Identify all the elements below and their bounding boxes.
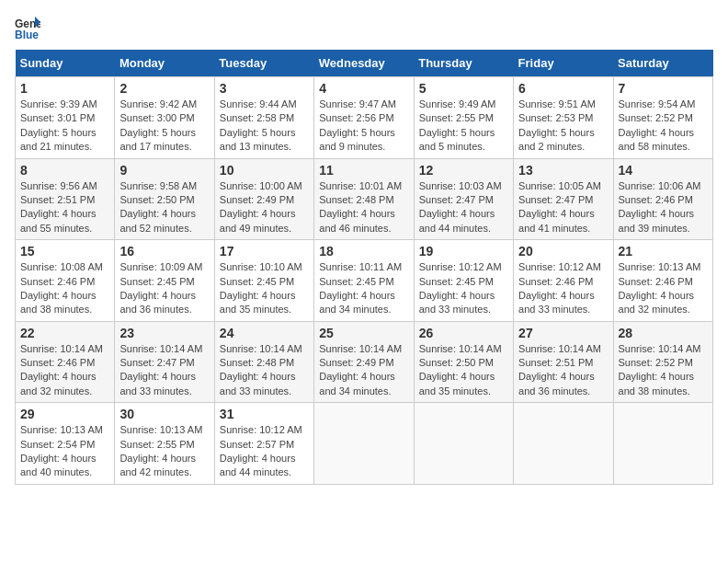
calendar-cell: 10 Sunrise: 10:00 AMSunset: 2:49 PMDayli…: [214, 158, 313, 240]
cell-content: Sunrise: 10:14 AMSunset: 2:49 PMDaylight…: [319, 343, 402, 396]
calendar-cell: 9 Sunrise: 9:58 AMSunset: 2:50 PMDayligh…: [115, 158, 214, 240]
cell-content: Sunrise: 9:54 AMSunset: 2:52 PMDaylight:…: [619, 98, 696, 152]
calendar-cell: 17 Sunrise: 10:10 AMSunset: 2:45 PMDayli…: [214, 240, 313, 322]
cell-content: Sunrise: 10:13 AMSunset: 2:55 PMDaylight…: [119, 424, 202, 477]
cell-content: Sunrise: 10:08 AMSunset: 2:46 PMDaylight…: [20, 261, 103, 315]
cell-content: Sunrise: 10:03 AMSunset: 2:47 PMDaylight…: [419, 180, 502, 234]
cell-content: Sunrise: 10:12 AMSunset: 2:46 PMDaylight…: [518, 261, 601, 315]
day-number: 17: [220, 244, 309, 259]
day-number: 9: [119, 163, 209, 178]
calendar-cell: 25 Sunrise: 10:14 AMSunset: 2:49 PMDayli…: [314, 321, 414, 403]
day-number: 26: [419, 326, 508, 340]
day-number: 15: [20, 244, 109, 259]
day-header-tuesday: Tuesday: [214, 50, 313, 77]
cell-content: Sunrise: 10:13 AMSunset: 2:46 PMDaylight…: [619, 261, 701, 315]
day-number: 14: [619, 163, 708, 178]
day-number: 16: [119, 244, 209, 259]
logo: General Blue: [15, 15, 40, 40]
cell-content: Sunrise: 9:51 AMSunset: 2:53 PMDaylight:…: [518, 98, 596, 152]
cell-content: Sunrise: 9:39 AMSunset: 3:01 PMDaylight:…: [20, 98, 97, 152]
header-row: SundayMondayTuesdayWednesdayThursdayFrid…: [16, 50, 713, 77]
day-header-sunday: Sunday: [16, 50, 115, 77]
calendar-table: SundayMondayTuesdayWednesdayThursdayFrid…: [15, 50, 713, 485]
cell-content: Sunrise: 9:47 AMSunset: 2:56 PMDaylight:…: [319, 98, 396, 152]
day-number: 13: [518, 163, 608, 178]
day-number: 2: [119, 81, 209, 96]
day-number: 25: [319, 326, 408, 340]
cell-content: Sunrise: 10:06 AMSunset: 2:46 PMDaylight…: [619, 180, 701, 234]
calendar-cell: 26 Sunrise: 10:14 AMSunset: 2:50 PMDayli…: [414, 321, 513, 403]
cell-content: Sunrise: 10:14 AMSunset: 2:48 PMDaylight…: [220, 343, 302, 396]
week-row-1: 1 Sunrise: 9:39 AMSunset: 3:01 PMDayligh…: [16, 77, 713, 159]
day-number: 6: [518, 81, 608, 96]
calendar-cell: 20 Sunrise: 10:12 AMSunset: 2:46 PMDayli…: [514, 240, 613, 322]
cell-content: Sunrise: 10:01 AMSunset: 2:48 PMDaylight…: [319, 180, 402, 234]
day-number: 23: [119, 326, 209, 340]
calendar-cell: 14 Sunrise: 10:06 AMSunset: 2:46 PMDayli…: [613, 158, 712, 240]
cell-content: Sunrise: 10:11 AMSunset: 2:45 PMDaylight…: [319, 261, 402, 315]
cell-content: Sunrise: 10:12 AMSunset: 2:45 PMDaylight…: [419, 261, 502, 315]
cell-content: Sunrise: 10:14 AMSunset: 2:52 PMDaylight…: [619, 343, 701, 396]
day-number: 18: [319, 244, 408, 259]
day-number: 19: [419, 244, 508, 259]
day-number: 22: [20, 326, 109, 340]
day-header-wednesday: Wednesday: [314, 50, 414, 77]
cell-content: Sunrise: 9:42 AMSunset: 3:00 PMDaylight:…: [119, 98, 197, 152]
calendar-cell: 5 Sunrise: 9:49 AMSunset: 2:55 PMDayligh…: [414, 77, 513, 159]
calendar-cell: 18 Sunrise: 10:11 AMSunset: 2:45 PMDayli…: [314, 240, 414, 322]
day-header-saturday: Saturday: [613, 50, 712, 77]
calendar-cell: [514, 403, 613, 485]
calendar-cell: 29 Sunrise: 10:13 AMSunset: 2:54 PMDayli…: [16, 403, 115, 485]
week-row-3: 15 Sunrise: 10:08 AMSunset: 2:46 PMDayli…: [16, 240, 713, 322]
day-number: 11: [319, 163, 408, 178]
day-header-thursday: Thursday: [414, 50, 513, 77]
logo-icon: General Blue: [15, 15, 40, 40]
week-row-5: 29 Sunrise: 10:13 AMSunset: 2:54 PMDayli…: [16, 403, 713, 485]
day-number: 30: [119, 407, 209, 421]
cell-content: Sunrise: 9:56 AMSunset: 2:51 PMDaylight:…: [20, 180, 97, 234]
calendar-cell: [414, 403, 513, 485]
day-number: 20: [518, 244, 608, 259]
calendar-cell: 27 Sunrise: 10:14 AMSunset: 2:51 PMDayli…: [514, 321, 613, 403]
calendar-cell: 2 Sunrise: 9:42 AMSunset: 3:00 PMDayligh…: [115, 77, 214, 159]
cell-content: Sunrise: 10:00 AMSunset: 2:49 PMDaylight…: [220, 180, 302, 234]
day-header-friday: Friday: [514, 50, 613, 77]
calendar-cell: 21 Sunrise: 10:13 AMSunset: 2:46 PMDayli…: [613, 240, 712, 322]
cell-content: Sunrise: 10:09 AMSunset: 2:45 PMDaylight…: [119, 261, 202, 315]
calendar-cell: 1 Sunrise: 9:39 AMSunset: 3:01 PMDayligh…: [16, 77, 115, 159]
header: General Blue: [15, 15, 713, 40]
cell-content: Sunrise: 10:13 AMSunset: 2:54 PMDaylight…: [20, 424, 103, 477]
day-number: 31: [220, 407, 309, 421]
calendar-cell: 4 Sunrise: 9:47 AMSunset: 2:56 PMDayligh…: [314, 77, 414, 159]
day-number: 3: [220, 81, 309, 96]
day-number: 27: [518, 326, 608, 340]
calendar-cell: 22 Sunrise: 10:14 AMSunset: 2:46 PMDayli…: [16, 321, 115, 403]
day-number: 1: [20, 81, 109, 96]
day-number: 8: [20, 163, 109, 178]
day-number: 4: [319, 81, 408, 96]
calendar-cell: [613, 403, 712, 485]
calendar-cell: [314, 403, 414, 485]
cell-content: Sunrise: 10:14 AMSunset: 2:46 PMDaylight…: [20, 343, 103, 396]
cell-content: Sunrise: 10:12 AMSunset: 2:57 PMDaylight…: [220, 424, 302, 477]
cell-content: Sunrise: 10:05 AMSunset: 2:47 PMDaylight…: [518, 180, 601, 234]
calendar-cell: 24 Sunrise: 10:14 AMSunset: 2:48 PMDayli…: [214, 321, 313, 403]
calendar-cell: 15 Sunrise: 10:08 AMSunset: 2:46 PMDayli…: [16, 240, 115, 322]
calendar-cell: 30 Sunrise: 10:13 AMSunset: 2:55 PMDayli…: [115, 403, 214, 485]
day-number: 24: [220, 326, 309, 340]
day-number: 28: [619, 326, 708, 340]
day-number: 12: [419, 163, 508, 178]
cell-content: Sunrise: 9:58 AMSunset: 2:50 PMDaylight:…: [119, 180, 197, 234]
day-number: 29: [20, 407, 109, 421]
calendar-cell: 28 Sunrise: 10:14 AMSunset: 2:52 PMDayli…: [613, 321, 712, 403]
day-number: 7: [619, 81, 708, 96]
calendar-cell: 19 Sunrise: 10:12 AMSunset: 2:45 PMDayli…: [414, 240, 513, 322]
calendar-cell: 8 Sunrise: 9:56 AMSunset: 2:51 PMDayligh…: [16, 158, 115, 240]
calendar-cell: 7 Sunrise: 9:54 AMSunset: 2:52 PMDayligh…: [613, 77, 712, 159]
calendar-cell: 31 Sunrise: 10:12 AMSunset: 2:57 PMDayli…: [214, 403, 313, 485]
calendar-cell: 23 Sunrise: 10:14 AMSunset: 2:47 PMDayli…: [115, 321, 214, 403]
calendar-cell: 13 Sunrise: 10:05 AMSunset: 2:47 PMDayli…: [514, 158, 613, 240]
week-row-4: 22 Sunrise: 10:14 AMSunset: 2:46 PMDayli…: [16, 321, 713, 403]
calendar-cell: 3 Sunrise: 9:44 AMSunset: 2:58 PMDayligh…: [214, 77, 313, 159]
cell-content: Sunrise: 10:14 AMSunset: 2:50 PMDaylight…: [419, 343, 502, 396]
